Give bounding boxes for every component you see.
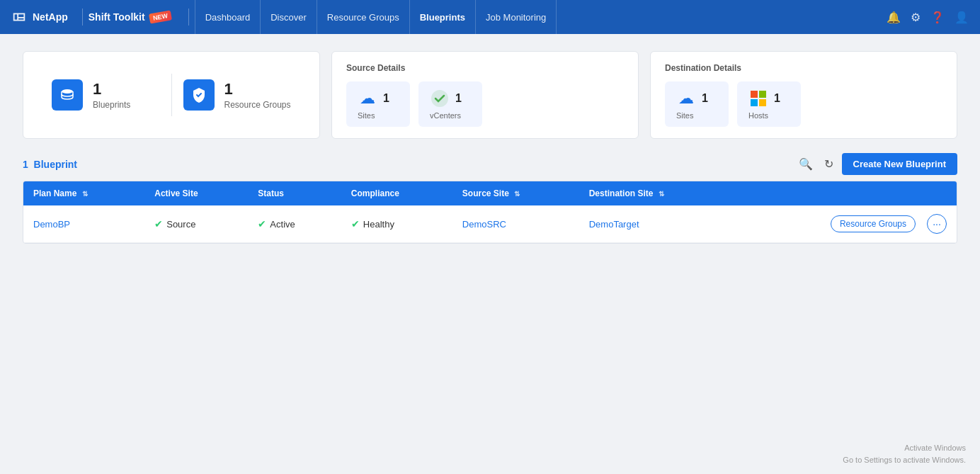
resource-groups-stat-info: 1 Resource Groups — [224, 80, 291, 110]
destination-detail-items: ☁ 1 Sites — [665, 81, 942, 127]
svg-rect-1 — [15, 14, 18, 19]
cell-status: ✔ Active — [248, 205, 341, 243]
active-site-icon: ✔ — [154, 218, 163, 230]
navbar: NetApp Shift Toolkit NEW Dashboard Disco… — [0, 0, 980, 34]
source-sites-count: 1 — [383, 92, 389, 105]
destination-hosts-top: 1 — [748, 89, 780, 108]
nav-divider-2 — [188, 9, 189, 26]
netapp-icon — [11, 9, 27, 25]
cell-active-site: ✔ Source — [144, 205, 248, 243]
blueprint-count: 1 Blueprint — [23, 159, 77, 170]
status-badge: ✔ Active — [258, 218, 295, 230]
sort-arrows-dest[interactable]: ⇅ — [659, 190, 664, 198]
nav-links: Dashboard Discover Resource Groups Bluep… — [195, 0, 887, 34]
blueprints-table: Plan Name ⇅ Active Site Status Complianc… — [23, 181, 957, 244]
destination-site-link[interactable]: DemoTarget — [589, 219, 639, 230]
nav-dashboard[interactable]: Dashboard — [195, 0, 261, 34]
destination-sites-item: ☁ 1 Sites — [665, 81, 729, 127]
blueprints-stat-info: 1 Blueprints — [93, 80, 130, 110]
brand-name: NetApp — [33, 11, 68, 23]
shift-toolkit-label: Shift Toolkit NEW — [89, 11, 171, 23]
col-destination-site-label: Destination Site — [589, 188, 654, 198]
source-details-card: Source Details ☁ 1 Sites — [331, 51, 639, 139]
destination-sites-label: Sites — [676, 111, 693, 120]
svg-rect-7 — [759, 91, 766, 98]
source-details-title: Source Details — [346, 63, 624, 73]
help-icon[interactable]: ❓ — [930, 11, 945, 24]
source-sites-label: Sites — [358, 111, 375, 120]
col-actions — [734, 181, 957, 205]
col-plan-name-label: Plan Name — [33, 188, 76, 198]
nav-discover[interactable]: Discover — [261, 0, 317, 34]
status-value: Active — [270, 219, 295, 230]
source-vcenters-item: 1 vCenters — [418, 81, 482, 127]
main-stats-card: 1 Blueprints 1 Resource Groups — [23, 51, 320, 139]
nav-divider-1 — [82, 9, 83, 26]
active-site-value: Source — [166, 219, 195, 230]
search-button[interactable]: 🔍 — [796, 154, 816, 174]
resource-groups-button[interactable]: Resource Groups — [831, 215, 916, 232]
destination-details-title: Destination Details — [665, 63, 942, 73]
more-options-button[interactable]: ··· — [927, 214, 947, 234]
microsoft-icon — [748, 89, 768, 108]
col-active-site-label: Active Site — [154, 188, 198, 198]
cell-source-site: DemoSRC — [452, 205, 579, 243]
svg-rect-3 — [18, 18, 23, 20]
row-actions: Resource Groups ··· — [744, 214, 947, 234]
source-detail-items: ☁ 1 Sites 1 vCe — [346, 81, 624, 127]
col-status: Status — [248, 181, 341, 205]
nav-resource-groups[interactable]: Resource Groups — [317, 0, 410, 34]
main-content: 1 Blueprints 1 Resource Groups Sou — [0, 34, 980, 261]
sort-arrows-source[interactable]: ⇅ — [514, 190, 520, 198]
source-site-link[interactable]: DemoSRC — [462, 219, 506, 230]
cell-actions: Resource Groups ··· — [734, 205, 957, 243]
source-sites-top: ☁ 1 — [358, 89, 389, 108]
user-icon[interactable]: 👤 — [955, 11, 969, 24]
blueprint-count-label: Blueprint — [34, 159, 77, 170]
compliance-badge: ✔ Healthy — [351, 218, 394, 230]
new-badge: NEW — [149, 10, 172, 23]
compliance-icon: ✔ — [351, 218, 360, 230]
source-vcenters-count: 1 — [455, 92, 462, 105]
table-head: Plan Name ⇅ Active Site Status Complianc… — [23, 181, 957, 205]
svg-rect-8 — [751, 99, 758, 106]
table-body: DemoBP ✔ Source ✔ Active — [23, 205, 957, 243]
compliance-value: Healthy — [363, 219, 394, 230]
plan-name-link[interactable]: DemoBP — [33, 219, 70, 230]
destination-hosts-count: 1 — [774, 92, 780, 105]
shield-icon — [190, 86, 207, 103]
create-blueprint-button[interactable]: Create New Blueprint — [842, 153, 957, 175]
cell-compliance: ✔ Healthy — [341, 205, 452, 243]
col-plan-name: Plan Name ⇅ — [23, 181, 144, 205]
destination-details-card: Destination Details ☁ 1 Sites — [650, 51, 957, 139]
sort-arrows-plan[interactable]: ⇅ — [82, 190, 88, 198]
svg-rect-6 — [751, 91, 758, 98]
blueprints-icon — [52, 79, 83, 111]
blueprints-count: 1 — [93, 80, 130, 98]
table-row: DemoBP ✔ Source ✔ Active — [23, 205, 957, 243]
status-icon: ✔ — [258, 218, 266, 230]
cell-plan-name: DemoBP — [23, 205, 144, 243]
nav-blueprints[interactable]: Blueprints — [410, 0, 476, 34]
svg-rect-9 — [759, 99, 766, 106]
resource-groups-icon — [183, 79, 215, 111]
resource-groups-label: Resource Groups — [224, 100, 291, 110]
col-destination-site: Destination Site ⇅ — [579, 181, 734, 205]
notification-icon[interactable]: 🔔 — [887, 11, 901, 24]
table-header: 1 Blueprint 🔍 ↻ Create New Blueprint — [23, 153, 957, 175]
settings-icon[interactable]: ⚙ — [911, 11, 921, 24]
resource-groups-stat: 1 Resource Groups — [171, 74, 303, 116]
source-sites-item: ☁ 1 Sites — [346, 81, 410, 127]
vcenter-icon — [430, 89, 450, 108]
destination-cloud-icon: ☁ — [676, 89, 696, 108]
source-cloud-icon: ☁ — [358, 89, 377, 108]
col-status-label: Status — [258, 188, 284, 198]
nav-job-monitoring[interactable]: Job Monitoring — [476, 0, 557, 34]
blueprints-label: Blueprints — [93, 100, 130, 110]
brand-logo: NetApp — [11, 9, 68, 25]
table-header-row: Plan Name ⇅ Active Site Status Complianc… — [23, 181, 957, 205]
blueprints-table-element: Plan Name ⇅ Active Site Status Complianc… — [23, 181, 957, 243]
svg-point-4 — [62, 89, 73, 94]
refresh-button[interactable]: ↻ — [821, 154, 836, 174]
blueprints-stat: 1 Blueprints — [40, 74, 171, 116]
